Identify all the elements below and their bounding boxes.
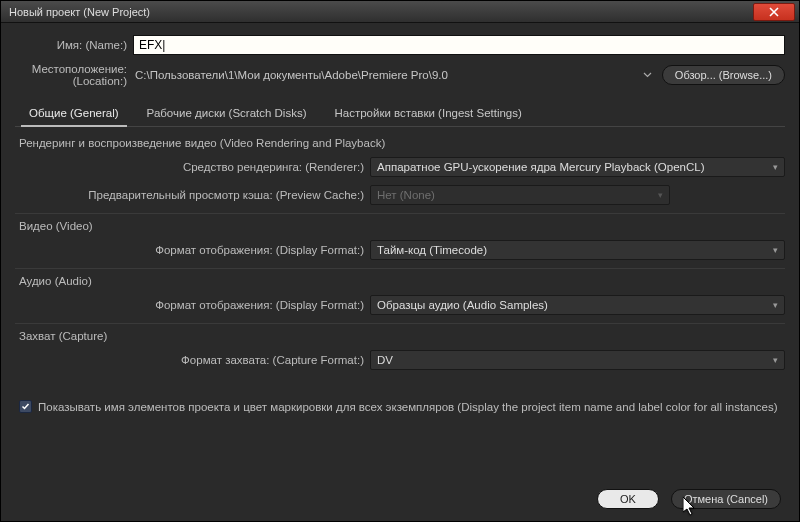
divider [15,268,785,269]
tab-scratch-disks[interactable]: Рабочие диски (Scratch Disks) [133,101,321,126]
location-dropdown[interactable] [640,70,656,80]
location-label: Местоположение: (Location:) [15,63,133,87]
name-row: Имя: (Name:) [15,35,785,55]
tab-general[interactable]: Общие (General) [15,101,133,126]
audio-display-format-select[interactable]: Образцы аудио (Audio Samples) ▾ [370,295,785,315]
section-capture-title: Захват (Capture) [19,330,785,342]
preview-cache-row: Предварительный просмотр кэша: (Preview … [15,185,785,205]
footer: OK Отмена (Cancel) [15,483,785,513]
audio-format-row: Формат отображения: (Display Format:) Об… [15,295,785,315]
preview-cache-label: Предварительный просмотр кэша: (Preview … [15,189,370,201]
audio-display-format-value: Образцы аудио (Audio Samples) [377,299,548,311]
chevron-down-icon: ▾ [773,355,778,365]
ok-button[interactable]: OK [597,489,659,509]
chevron-down-icon: ▾ [773,245,778,255]
browse-button[interactable]: Обзор... (Browse...) [662,65,785,85]
location-row: Местоположение: (Location:) C:\Пользоват… [15,63,785,87]
chevron-down-icon: ▾ [773,300,778,310]
divider [15,323,785,324]
chevron-down-icon: ▾ [773,162,778,172]
capture-format-row: Формат захвата: (Capture Format:) DV ▾ [15,350,785,370]
location-value: C:\Пользователи\1\Мои документы\Adobe\Pr… [133,69,640,81]
video-display-format-label: Формат отображения: (Display Format:) [15,244,370,256]
close-button[interactable] [753,3,795,21]
video-display-format-value: Тайм-код (Timecode) [377,244,487,256]
cancel-button[interactable]: Отмена (Cancel) [671,489,781,509]
preview-cache-value: Нет (None) [377,189,435,201]
dialog-body: Имя: (Name:) Местоположение: (Location:)… [1,23,799,521]
renderer-label: Средство рендеринга: (Renderer:) [15,161,370,173]
close-icon [769,7,779,17]
sections: Рендеринг и воспроизведение видео (Video… [15,127,785,483]
capture-format-label: Формат захвата: (Capture Format:) [15,354,370,366]
video-format-row: Формат отображения: (Display Format:) Та… [15,240,785,260]
chevron-down-icon: ▾ [658,190,663,200]
tabs: Общие (General) Рабочие диски (Scratch D… [15,101,785,127]
section-render-title: Рендеринг и воспроизведение видео (Video… [19,137,785,149]
audio-display-format-label: Формат отображения: (Display Format:) [15,299,370,311]
capture-format-value: DV [377,354,393,366]
renderer-value: Аппаратное GPU-ускорение ядра Mercury Pl… [377,161,705,173]
checkmark-icon [21,402,30,411]
preview-cache-select: Нет (None) ▾ [370,185,670,205]
renderer-select[interactable]: Аппаратное GPU-ускорение ядра Mercury Pl… [370,157,785,177]
name-input[interactable] [133,35,785,55]
name-label: Имя: (Name:) [15,39,133,51]
window-title: Новый проект (New Project) [9,6,150,18]
titlebar: Новый проект (New Project) [1,1,799,23]
divider [15,213,785,214]
video-display-format-select[interactable]: Тайм-код (Timecode) ▾ [370,240,785,260]
new-project-dialog: Новый проект (New Project) Имя: (Name:) … [0,0,800,522]
show-name-checkbox-label: Показывать имя элементов проекта и цвет … [38,401,778,413]
section-audio-title: Аудио (Audio) [19,275,785,287]
show-name-checkbox-row: Показывать имя элементов проекта и цвет … [15,400,785,413]
chevron-down-icon [643,72,652,78]
tab-ingest-settings[interactable]: Настройки вставки (Ingest Settings) [321,101,536,126]
renderer-row: Средство рендеринга: (Renderer:) Аппарат… [15,157,785,177]
section-video-title: Видео (Video) [19,220,785,232]
show-name-checkbox[interactable] [19,400,32,413]
capture-format-select[interactable]: DV ▾ [370,350,785,370]
